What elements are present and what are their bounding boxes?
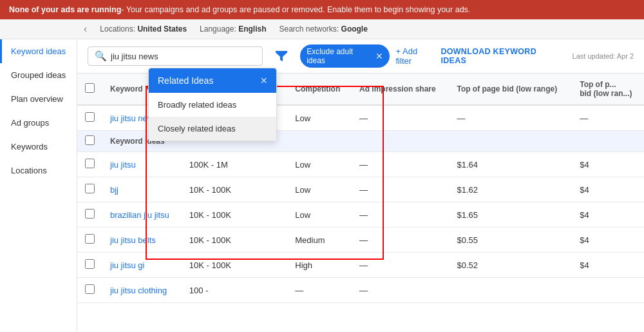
row-checkbox-cell: [77, 177, 102, 202]
bid-high-cell: —: [572, 105, 644, 131]
alert-bold: None of your ads are running: [9, 5, 121, 14]
download-button[interactable]: DOWNLOAD KEYWORD IDEAS: [440, 47, 560, 65]
chip-close-button[interactable]: ✕: [375, 52, 383, 61]
language-label: Language: English: [200, 24, 266, 34]
last-updated: Last updated: Apr 2: [573, 52, 634, 60]
sidebar-item-keywords[interactable]: Keywords: [0, 135, 77, 159]
table-row: bjj 10K - 100K Low — $1.62 $4: [77, 177, 644, 202]
dropdown-header: Related Ideas ×: [149, 68, 276, 93]
alert-message: - Your campaigns and ad groups are pause…: [121, 5, 470, 14]
back-chevron[interactable]: ‹: [84, 23, 87, 35]
sidebar-item-plan-overview[interactable]: Plan overview: [0, 87, 77, 111]
avg-monthly-cell: 10K - 100K: [182, 177, 287, 202]
competition-cell: High: [287, 253, 352, 278]
competition-cell: Low: [287, 105, 352, 131]
sidebar-item-keyword-ideas[interactable]: Keyword ideas: [0, 39, 77, 63]
exclude-adult-chip: Exclude adult ideas ✕: [300, 44, 389, 68]
avg-monthly-cell: 100 -: [182, 278, 287, 303]
bid-low-cell: $1.62: [449, 177, 572, 202]
ad-impression-cell: —: [352, 253, 449, 278]
bid-low-cell: [449, 278, 572, 303]
ad-impression-cell: —: [352, 152, 449, 177]
section-checkbox-cell: [77, 131, 102, 152]
row-checkbox-cell: [77, 152, 102, 177]
bid-high-cell: $4: [572, 228, 644, 253]
sidebar-item-locations[interactable]: Locations: [0, 159, 77, 182]
download-label: DOWNLOAD KEYWORD IDEAS: [440, 47, 536, 65]
row-checkbox[interactable]: [85, 112, 95, 122]
col-competition[interactable]: Competition: [287, 73, 352, 105]
avg-monthly-cell: 10K - 100K: [182, 228, 287, 253]
keyword-cell[interactable]: jiu jitsu gi: [102, 253, 182, 278]
col-checkbox: [77, 73, 102, 105]
bid-high-cell: $4: [572, 202, 644, 228]
network-label: Search networks: Google: [279, 24, 367, 34]
row-checkbox[interactable]: [85, 209, 95, 219]
add-filter-button[interactable]: + Add filter: [396, 46, 435, 66]
related-ideas-dropdown: Related Ideas × Broadly related ideas Cl…: [148, 68, 277, 141]
avg-monthly-cell: 10K - 100K: [182, 202, 287, 228]
keyword-cell[interactable]: jiu jitsu belts: [102, 228, 182, 253]
competition-cell: Low: [287, 202, 352, 228]
col-ad-impression[interactable]: Ad impression share: [352, 73, 449, 105]
filter-button[interactable]: [269, 47, 294, 65]
competition-cell: Low: [287, 152, 352, 177]
select-all-checkbox[interactable]: [85, 83, 95, 93]
sidebar: Keyword ideas Grouped ideas Plan overvie…: [0, 39, 77, 332]
bid-high-cell: $4: [572, 152, 644, 177]
add-filter-label: + Add filter: [396, 46, 435, 66]
table-row: brazilian jiu jitsu 10K - 100K Low — $1.…: [77, 202, 644, 228]
competition-cell: Low: [287, 177, 352, 202]
row-checkbox[interactable]: [85, 159, 95, 168]
main-layout: Keyword ideas Grouped ideas Plan overvie…: [0, 39, 644, 332]
content-area: 🔍 Exclude adult ideas ✕ + Add filter DOW…: [77, 39, 644, 332]
competition-cell: —: [287, 278, 352, 303]
competition-cell: Medium: [287, 228, 352, 253]
keyword-cell[interactable]: bjj: [102, 177, 182, 202]
row-checkbox[interactable]: [85, 284, 95, 294]
col-top-page-low[interactable]: Top of page bid (low range): [449, 73, 572, 105]
ad-impression-cell: —: [352, 228, 449, 253]
dropdown-item-closely[interactable]: Closely related ideas: [149, 117, 276, 141]
bid-low-cell: $0.55: [449, 228, 572, 253]
keyword-cell[interactable]: jiu jitsu: [102, 152, 182, 177]
keyword-cell[interactable]: brazilian jiu jitsu: [102, 202, 182, 228]
row-checkbox-cell: [77, 105, 102, 131]
row-checkbox-cell: [77, 278, 102, 303]
row-checkbox-cell: [77, 253, 102, 278]
dropdown-close-button[interactable]: ×: [260, 75, 267, 86]
bid-high-cell: $4: [572, 253, 644, 278]
row-checkbox[interactable]: [85, 184, 95, 193]
location-bar: ‹ Locations: United States Language: Eng…: [0, 19, 644, 39]
row-checkbox[interactable]: [85, 259, 95, 269]
ad-impression-cell: —: [352, 105, 449, 131]
table-row: jiu jitsu gi 10K - 100K High — $0.52 $4: [77, 253, 644, 278]
row-checkbox-cell: [77, 202, 102, 228]
dropdown-item-broadly[interactable]: Broadly related ideas: [149, 93, 276, 117]
col-top-page-high[interactable]: Top of p...bid (low ran...): [572, 73, 644, 105]
chip-label: Exclude adult ideas: [307, 47, 371, 65]
keyword-cell[interactable]: jiu jitsu clothing: [102, 278, 182, 303]
bid-low-cell: —: [449, 105, 572, 131]
sidebar-item-ad-groups[interactable]: Ad groups: [0, 111, 77, 135]
row-checkbox[interactable]: [85, 234, 95, 244]
bid-high-cell: [572, 278, 644, 303]
table-row: jiu jitsu clothing 100 - — —: [77, 278, 644, 303]
dropdown-title: Related Ideas: [158, 75, 213, 86]
row-checkbox-cell: [77, 228, 102, 253]
avg-monthly-cell: 10K - 100K: [182, 253, 287, 278]
table-row: jiu jitsu belts 10K - 100K Medium — $0.5…: [77, 228, 644, 253]
section-checkbox[interactable]: [85, 135, 95, 145]
alert-bar: None of your ads are running - Your camp…: [0, 0, 644, 19]
bid-low-cell: $0.52: [449, 253, 572, 278]
table-row: jiu jitsu 100K - 1M Low — $1.64 $4: [77, 152, 644, 177]
locations-label: Locations: United States: [100, 24, 187, 34]
avg-monthly-cell: 100K - 1M: [182, 152, 287, 177]
search-box: 🔍: [88, 46, 263, 66]
ad-impression-cell: —: [352, 278, 449, 303]
bid-low-cell: $1.64: [449, 152, 572, 177]
bid-high-cell: $4: [572, 177, 644, 202]
sidebar-item-grouped-ideas[interactable]: Grouped ideas: [0, 63, 77, 87]
bid-low-cell: $1.65: [449, 202, 572, 228]
search-input[interactable]: [111, 52, 256, 61]
